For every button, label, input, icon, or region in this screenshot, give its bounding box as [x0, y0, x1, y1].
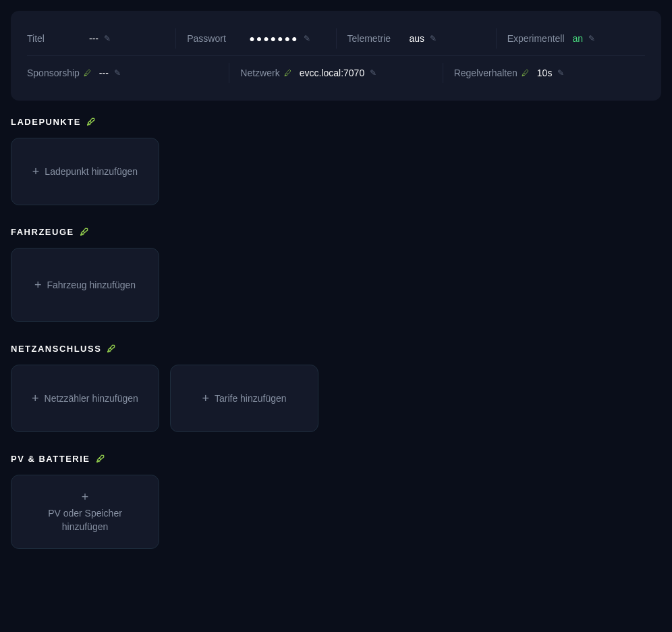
add-pv-speicher-label: PV oder Speicherhinzufügen	[48, 507, 122, 533]
field-sponsorship: Sponsorship 🖊 --- ✎	[27, 68, 218, 78]
sponsorship-pencil-icon: 🖊	[84, 69, 91, 77]
regelverhalten-pencil-icon: 🖊	[522, 69, 529, 77]
config-row-2: Sponsorship 🖊 --- ✎ Netzwerk 🖊 evcc.loca…	[27, 55, 645, 90]
pv-batterie-cards: + PV oder Speicherhinzufügen	[11, 475, 661, 549]
fahrzeuge-cards: + Fahrzeug hinzufügen	[11, 248, 661, 322]
telemetrie-label: Telemetrie	[347, 33, 401, 44]
titel-edit-icon[interactable]: ✎	[104, 34, 111, 43]
add-pv-speicher-content: + PV oder Speicherhinzufügen	[48, 490, 122, 533]
netzwerk-edit-icon[interactable]: ✎	[370, 68, 376, 78]
netzanschluss-section-title: NETZANSCHLUSS 🖊	[11, 344, 661, 354]
sponsorship-label-group: Sponsorship 🖊	[27, 68, 91, 78]
add-netzzaehler-label: Netzzähler hinzufügen	[45, 393, 138, 404]
field-regelverhalten: Regelverhalten 🖊 10s ✎	[454, 68, 645, 78]
add-pv-speicher-plus-icon: +	[82, 490, 89, 504]
pv-batterie-section-title: PV & BATTERIE 🖊	[11, 454, 661, 464]
netzanschluss-title-text: NETZANSCHLUSS	[11, 344, 101, 354]
fahrzeuge-edit-icon[interactable]: 🖊	[80, 227, 90, 237]
add-ladepunkt-content: + Ladepunkt hinzufügen	[32, 165, 138, 179]
regelverhalten-edit-icon[interactable]: ✎	[557, 68, 564, 78]
add-tarife-label: Tarife hinzufügen	[215, 393, 287, 404]
add-fahrzeug-card[interactable]: + Fahrzeug hinzufügen	[11, 248, 159, 322]
ladepunkte-edit-icon[interactable]: 🖊	[86, 117, 96, 127]
netzwerk-label: Netzwerk	[240, 68, 279, 78]
add-fahrzeug-plus-icon: +	[34, 278, 42, 292]
pv-batterie-title-text: PV & BATTERIE	[11, 454, 90, 464]
add-ladepunkt-label: Ladepunkt hinzufügen	[45, 166, 138, 177]
netzanschluss-edit-icon[interactable]: 🖊	[107, 344, 117, 354]
regelverhalten-label: Regelverhalten	[454, 68, 517, 78]
passwort-label: Passwort	[187, 33, 241, 44]
experimentell-edit-icon[interactable]: ✎	[588, 34, 595, 43]
add-ladepunkt-plus-icon: +	[32, 165, 40, 179]
divider-4	[229, 63, 229, 83]
regelverhalten-value: 10s	[537, 68, 553, 78]
top-config-card: Titel --- ✎ Passwort ●●●●●●● ✎ Telemetri…	[11, 11, 661, 101]
add-tarife-content: + Tarife hinzufügen	[202, 392, 286, 406]
section-netzanschluss: NETZANSCHLUSS 🖊 + Netzzähler hinzufügen …	[11, 344, 661, 432]
ladepunkte-title-text: LADEPUNKTE	[11, 117, 81, 127]
regelverhalten-label-group: Regelverhalten 🖊	[454, 68, 529, 78]
fahrzeuge-section-title: FAHRZEUGE 🖊	[11, 227, 661, 237]
divider-1	[175, 28, 176, 49]
field-passwort: Passwort ●●●●●●● ✎	[187, 33, 325, 44]
netzwerk-label-group: Netzwerk 🖊	[240, 68, 291, 78]
divider-2	[336, 28, 337, 49]
titel-label: Titel	[27, 33, 81, 44]
section-ladepunkte: LADEPUNKTE 🖊 + Ladepunkt hinzufügen	[11, 117, 661, 205]
passwort-value: ●●●●●●●	[249, 33, 298, 44]
divider-3	[496, 28, 497, 49]
netzwerk-pencil-icon: 🖊	[284, 69, 291, 77]
sponsorship-label: Sponsorship	[27, 68, 80, 78]
ladepunkte-section-title: LADEPUNKTE 🖊	[11, 117, 661, 127]
telemetrie-edit-icon[interactable]: ✎	[430, 34, 437, 43]
ladepunkte-cards: + Ladepunkt hinzufügen	[11, 138, 661, 205]
field-telemetrie: Telemetrie aus ✎	[347, 33, 485, 44]
experimentell-value: an	[573, 33, 584, 44]
config-row-1: Titel --- ✎ Passwort ●●●●●●● ✎ Telemetri…	[27, 22, 645, 55]
netzwerk-value: evcc.local:7070	[300, 68, 365, 78]
titel-value: ---	[89, 33, 99, 44]
add-netzzaehler-card[interactable]: + Netzzähler hinzufügen	[11, 365, 159, 432]
add-tarife-card[interactable]: + Tarife hinzufügen	[170, 365, 318, 432]
experimentell-label: Experimentell	[507, 33, 565, 44]
telemetrie-value: aus	[410, 33, 425, 44]
pv-batterie-edit-icon[interactable]: 🖊	[96, 454, 106, 464]
add-netzzaehler-plus-icon: +	[32, 392, 39, 406]
section-fahrzeuge: FAHRZEUGE 🖊 + Fahrzeug hinzufügen	[11, 227, 661, 322]
netzanschluss-cards: + Netzzähler hinzufügen + Tarife hinzufü…	[11, 365, 661, 432]
add-netzzaehler-content: + Netzzähler hinzufügen	[32, 392, 138, 406]
add-ladepunkt-card[interactable]: + Ladepunkt hinzufügen	[11, 138, 159, 205]
sponsorship-edit-icon[interactable]: ✎	[114, 68, 121, 78]
field-titel: Titel --- ✎	[27, 33, 165, 44]
add-fahrzeug-content: + Fahrzeug hinzufügen	[34, 278, 136, 292]
sponsorship-value: ---	[99, 68, 109, 78]
divider-5	[443, 63, 443, 83]
fahrzeuge-title-text: FAHRZEUGE	[11, 227, 74, 237]
add-tarife-plus-icon: +	[202, 392, 209, 406]
field-netzwerk: Netzwerk 🖊 evcc.local:7070 ✎	[240, 68, 431, 78]
add-pv-speicher-card[interactable]: + PV oder Speicherhinzufügen	[11, 475, 159, 549]
field-experimentell: Experimentell an ✎	[507, 33, 645, 44]
add-fahrzeug-label: Fahrzeug hinzufügen	[47, 280, 136, 290]
section-pv-batterie: PV & BATTERIE 🖊 + PV oder Speicherhinzuf…	[11, 454, 661, 549]
passwort-edit-icon[interactable]: ✎	[304, 34, 310, 43]
